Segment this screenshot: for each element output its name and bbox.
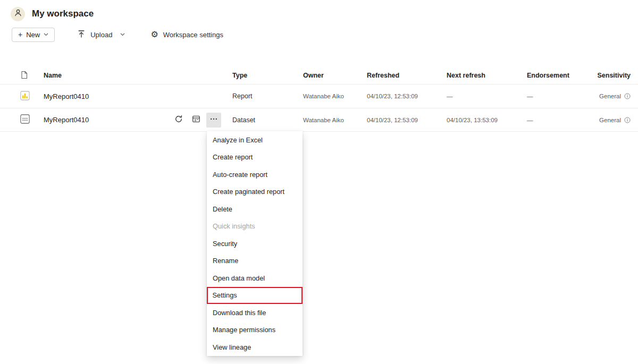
workspace-header: My workspace xyxy=(0,0,638,22)
item-context-menu: Analyze in Excel Create report Auto-crea… xyxy=(207,131,303,356)
menu-item-auto-create-report[interactable]: Auto-create report xyxy=(207,166,303,183)
scheduled-refresh-button[interactable] xyxy=(189,113,204,128)
column-header-endorsement[interactable]: Endorsement xyxy=(516,72,586,79)
table-row-report[interactable]: MyReport0410 Report Watanabe Aiko 04/10/… xyxy=(0,84,638,108)
column-header-sensitivity[interactable]: Sensitivity xyxy=(586,72,638,79)
info-icon[interactable] xyxy=(624,93,631,99)
item-next-refresh: — xyxy=(436,93,516,99)
item-refreshed: 04/10/23, 12:53:09 xyxy=(356,93,436,99)
upload-button-label: Upload xyxy=(90,31,112,39)
menu-item-open-data-model[interactable]: Open data model xyxy=(207,269,303,287)
items-table: Name Type Owner Refreshed Next refresh E… xyxy=(0,67,638,132)
workspace-settings-label: Workspace settings xyxy=(163,31,223,39)
new-button[interactable]: + New xyxy=(12,28,55,42)
item-endorsement: — xyxy=(516,117,586,123)
dataset-item-icon-cell xyxy=(0,114,33,125)
person-icon xyxy=(14,9,22,19)
sensitivity-label: General xyxy=(599,117,621,123)
item-name-label: MyReport0410 xyxy=(44,92,89,100)
menu-item-create-report[interactable]: Create report xyxy=(207,149,303,166)
menu-item-security[interactable]: Security xyxy=(207,235,303,252)
menu-item-manage-permissions[interactable]: Manage permissions xyxy=(207,321,303,339)
gear-icon: ⚙ xyxy=(150,30,158,39)
item-name[interactable]: MyReport0410 xyxy=(33,113,222,128)
workspace-avatar[interactable] xyxy=(11,7,25,21)
column-header-next-refresh[interactable]: Next refresh xyxy=(436,72,516,79)
column-header-type[interactable]: Type xyxy=(222,72,292,79)
menu-item-delete[interactable]: Delete xyxy=(207,200,303,218)
item-owner: Watanabe Aiko xyxy=(292,117,356,123)
item-name-label: MyReport0410 xyxy=(44,116,89,124)
item-next-refresh: 04/10/23, 13:53:09 xyxy=(436,117,516,123)
item-sensitivity: General xyxy=(586,117,638,123)
upload-icon xyxy=(77,30,86,40)
item-type-column-icon-cell xyxy=(0,71,33,81)
table-header-row: Name Type Owner Refreshed Next refresh E… xyxy=(0,67,638,84)
item-refreshed: 04/10/23, 12:53:09 xyxy=(356,117,436,123)
table-row-dataset[interactable]: MyReport0410 xyxy=(0,108,638,132)
item-sensitivity: General xyxy=(586,93,638,99)
item-owner: Watanabe Aiko xyxy=(292,93,356,99)
scheduled-refresh-icon xyxy=(192,115,200,125)
row-actions xyxy=(171,113,222,128)
toolbar: + New Upload ⚙ Workspace settings xyxy=(0,26,638,43)
item-type: Report xyxy=(222,92,292,100)
report-item-icon-cell xyxy=(0,91,33,102)
menu-item-analyze-in-excel[interactable]: Analyze in Excel xyxy=(207,131,303,149)
column-header-owner[interactable]: Owner xyxy=(292,72,356,79)
info-icon[interactable] xyxy=(624,117,631,123)
column-header-name[interactable]: Name xyxy=(33,72,222,79)
refresh-icon xyxy=(174,115,183,125)
menu-item-quick-insights: Quick insights xyxy=(207,218,303,235)
chevron-down-icon xyxy=(44,33,48,36)
menu-item-rename[interactable]: Rename xyxy=(207,252,303,270)
page-title: My workspace xyxy=(32,9,94,19)
menu-item-download-this-file[interactable]: Download this file xyxy=(207,304,303,321)
menu-item-create-paginated-report[interactable]: Create paginated report xyxy=(207,183,303,201)
menu-item-settings[interactable]: Settings xyxy=(207,287,303,304)
item-endorsement: — xyxy=(516,93,586,99)
dataset-icon xyxy=(20,114,30,125)
chevron-down-icon xyxy=(120,33,125,36)
menu-item-view-lineage[interactable]: View lineage xyxy=(207,338,303,356)
new-button-label: New xyxy=(26,31,40,39)
item-type: Dataset xyxy=(222,116,292,124)
document-icon xyxy=(20,71,28,81)
sensitivity-label: General xyxy=(599,93,621,99)
more-options-button[interactable] xyxy=(206,113,221,128)
item-name[interactable]: MyReport0410 xyxy=(33,92,222,100)
report-icon xyxy=(20,91,30,102)
workspace-settings-button[interactable]: ⚙ Workspace settings xyxy=(147,28,226,41)
more-horizontal-icon xyxy=(209,115,218,125)
refresh-now-button[interactable] xyxy=(171,113,186,128)
column-header-refreshed[interactable]: Refreshed xyxy=(356,72,436,79)
workspace-page: My workspace + New Upload ⚙ xyxy=(0,0,638,364)
plus-icon: + xyxy=(18,31,22,38)
upload-button[interactable]: Upload xyxy=(74,28,128,42)
